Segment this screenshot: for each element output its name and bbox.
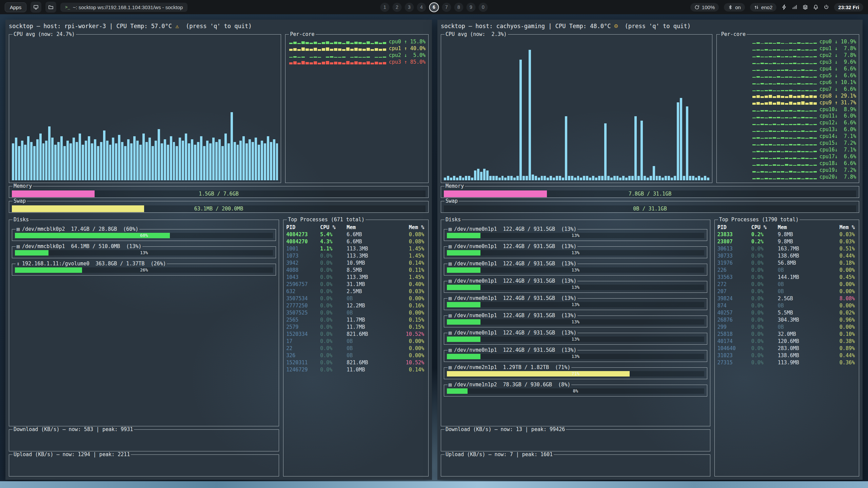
disk-usage-percent: 8% (447, 388, 704, 394)
workspace-button-9[interactable]: 9 (467, 3, 476, 12)
workspace-button-3[interactable]: 3 (405, 3, 414, 12)
chart-bar (665, 176, 667, 180)
spark-bar (756, 172, 760, 172)
workspace-button-8[interactable]: 8 (454, 3, 463, 12)
process-cpu: 0.0% (751, 317, 778, 323)
spark-bar (338, 42, 341, 44)
spark-bar (793, 151, 796, 152)
focused-window-tab[interactable]: >_ ~: socktop ws://192.168.1.104:3031/ws… (60, 3, 188, 12)
spark-bar (793, 111, 796, 111)
spark-bar (367, 41, 370, 44)
bluetooth-toggle[interactable]: on (724, 3, 745, 12)
chart-bar (571, 176, 573, 180)
network-interface[interactable]: eno2 (750, 3, 776, 12)
process-pid: 2565 (286, 317, 320, 323)
chart-bar (544, 176, 546, 180)
spark-bar (314, 48, 317, 50)
spark-bar (756, 145, 760, 145)
disk-list: ▤/dev/mmcblk0p2 17.4GB / 28.8GB (60%)60%… (12, 224, 276, 424)
update-indicator[interactable]: 100% (690, 3, 719, 12)
process-header-cell: PID (286, 224, 320, 230)
workspace-button-7[interactable]: 7 (442, 3, 451, 12)
spark-bar (752, 43, 756, 44)
workspace-button-0[interactable]: 0 (479, 3, 488, 12)
disk-name-text: /dev/nvme0n1p1 122.4GB / 931.5GB (13%) (454, 226, 576, 232)
workspace-button-2[interactable]: 2 (393, 3, 402, 12)
window-switcher-button[interactable] (31, 2, 41, 13)
disk-item: ↕192.168.1.11:/gvolume0 363.8GB / 1.37TB… (12, 261, 276, 276)
spark-bar (781, 151, 784, 152)
chart-bar (91, 143, 93, 180)
spark-bar (793, 43, 796, 44)
spark-bar (362, 62, 366, 64)
process-mem: 9.8MB (778, 239, 816, 245)
chart-bar (577, 176, 579, 180)
workspace-button-4[interactable]: 4 (417, 3, 426, 12)
spark-bar (773, 131, 776, 132)
core-label: cpu2 ↓ 5.0% (389, 52, 426, 58)
spark-bar (809, 117, 813, 118)
chart-bar (619, 178, 622, 180)
chart-bar (209, 143, 212, 180)
spark-bar (789, 171, 792, 172)
spark-bar (805, 117, 809, 118)
core-row: cpu12↓ 6.6% (719, 119, 856, 126)
process-row: 402570.0%5.5MB0.02% (717, 309, 856, 316)
spark-bar (809, 90, 813, 92)
spark-bar (354, 61, 358, 64)
apps-button[interactable]: Apps (5, 2, 26, 12)
spark-bar (769, 56, 772, 58)
process-mem: 0B (347, 345, 384, 351)
clock[interactable]: 23:32 Fri (834, 3, 863, 12)
chart-bar (45, 141, 47, 180)
core-row: cpu16↓ 7.1% (719, 146, 856, 153)
spark-bar (805, 63, 809, 64)
chart-bar (674, 176, 676, 180)
swap-panel: Swap 63.1MB / 200.0MB (9, 198, 429, 213)
spark-bar (809, 110, 813, 111)
spark-bar (789, 49, 792, 51)
swap-usage-text: 0B / 31.1GB (444, 205, 856, 212)
workspace-button-6[interactable]: 6 (429, 2, 439, 12)
process-cpu: 0.0% (751, 324, 778, 330)
core-sparkline (719, 87, 817, 91)
terminal-window-rpi-worker-3[interactable]: socktop — host: rpi-worker-3 | CPU Temp:… (5, 20, 432, 480)
power-profile-bolt-icon[interactable] (782, 4, 787, 10)
spark-bar (761, 158, 764, 159)
spark-bar (801, 179, 805, 179)
process-mem-pct: 0.00% (816, 324, 856, 330)
process-mem: 821.6MB (347, 331, 384, 337)
spark-bar (789, 70, 792, 71)
chart-bar (462, 178, 465, 180)
process-mem: 304.3MB (778, 317, 816, 323)
spark-bar (297, 43, 301, 44)
disk-usage-gauge: 13% (447, 319, 704, 325)
process-row: 40842735.4%6.6MB0.08% (286, 231, 426, 238)
chart-bar (613, 176, 616, 180)
spark-bar (301, 47, 305, 50)
workspace-button-1[interactable]: 1 (380, 3, 390, 12)
layers-icon[interactable] (803, 4, 808, 10)
spark-bar (375, 62, 378, 64)
process-mem: 0B (778, 324, 816, 330)
terminal-window-cachyos-gaming[interactable]: socktop — host: cachyos-gaming | CPU Tem… (437, 20, 863, 480)
chart-bar (224, 134, 227, 180)
process-pid: 33563 (717, 274, 751, 280)
power-icon[interactable] (824, 4, 829, 10)
process-row: 1046400.0%283.0MB0.89% (717, 345, 856, 352)
files-button[interactable] (45, 2, 56, 13)
spark-bar (765, 49, 768, 50)
process-row: 238070.2%9.8MB0.03% (717, 238, 856, 245)
process-pid: 1520334 (286, 331, 320, 337)
spark-bar (789, 144, 792, 145)
spark-bar (785, 77, 788, 78)
notifications-bell-icon[interactable] (813, 4, 818, 10)
spark-bar (326, 57, 329, 57)
process-row: 3260.0%0B0.00% (286, 352, 426, 359)
core-sparkline (288, 40, 386, 44)
core-sparkline (719, 168, 817, 172)
process-mem: 113.3MB (347, 274, 384, 280)
signal-strength-icon[interactable] (792, 4, 797, 10)
disk-item: ▤/dev/nvme2n1p1 1.29TB / 1.82TB (71%)71% (444, 364, 707, 379)
spark-bar (805, 77, 809, 78)
